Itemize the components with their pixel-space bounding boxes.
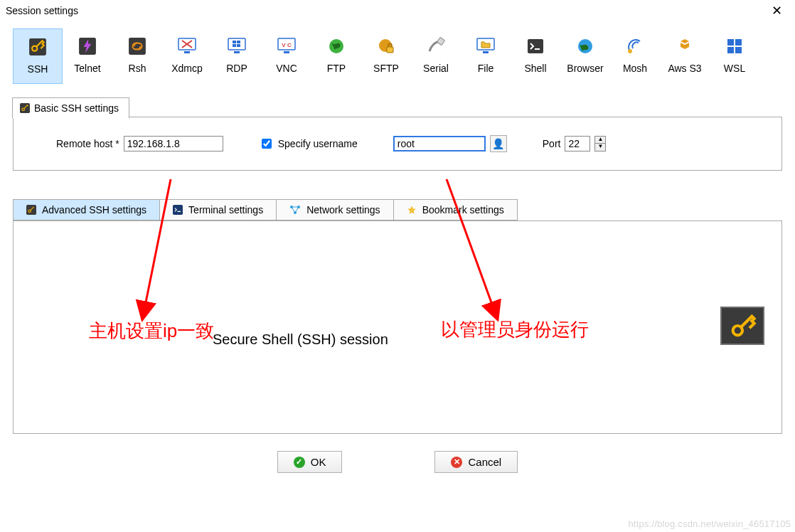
svg-rect-20 xyxy=(483,51,489,53)
ok-label: OK xyxy=(311,456,326,468)
specify-username-field: Specify username xyxy=(259,137,358,151)
tab-terminal[interactable]: Terminal settings xyxy=(159,199,277,220)
session-type-telnet[interactable]: Telnet xyxy=(63,28,112,84)
type-label: SSH xyxy=(28,63,48,75)
specify-username-checkbox[interactable] xyxy=(262,139,272,149)
svg-point-24 xyxy=(628,49,632,53)
annotation-right: 以管理员身份运行 xyxy=(441,317,589,342)
tab-bookmark[interactable]: Bookmark settings xyxy=(393,199,518,220)
basic-ssh-tab-label: Basic SSH settings xyxy=(34,102,119,114)
windows-monitor-icon xyxy=(227,34,247,58)
svg-rect-13 xyxy=(284,51,289,53)
titlebar: Session settings ✕ xyxy=(0,0,795,21)
tab-advanced-ssh[interactable]: Advanced SSH settings xyxy=(13,199,160,220)
session-type-xdmcp[interactable]: Xdmcp xyxy=(162,28,212,84)
username-input[interactable] xyxy=(393,136,486,151)
serial-cable-icon xyxy=(427,34,445,58)
svg-rect-18 xyxy=(437,37,444,45)
key-icon xyxy=(28,35,47,59)
tab-label: Advanced SSH settings xyxy=(42,204,146,216)
session-types-row: SSH Telnet Rsh Xdmcp RDP V C VNC FTP SFT… xyxy=(0,21,795,88)
session-type-browser[interactable]: Browser xyxy=(560,28,610,84)
window-title: Session settings xyxy=(6,5,78,16)
svg-rect-17 xyxy=(387,47,393,53)
svg-rect-28 xyxy=(735,47,742,53)
svg-rect-27 xyxy=(727,47,734,53)
session-type-awss3[interactable]: Aws S3 xyxy=(660,28,710,84)
type-label: Telnet xyxy=(74,63,100,74)
port-input[interactable] xyxy=(565,136,590,151)
lightning-icon xyxy=(78,34,97,58)
terminal-small-icon xyxy=(173,205,183,215)
x-monitor-icon xyxy=(177,34,197,58)
remote-host-input[interactable] xyxy=(124,136,223,151)
key-small-icon xyxy=(26,205,36,215)
basic-ssh-tab[interactable]: Basic SSH settings xyxy=(12,97,129,119)
cancel-button[interactable]: ✕ Cancel xyxy=(434,451,518,473)
svg-text:V C: V C xyxy=(282,42,292,48)
globe-icon xyxy=(328,34,345,58)
svg-rect-5 xyxy=(184,51,190,53)
watermark-text: https://blog.csdn.net/weixin_46517105 xyxy=(628,518,791,529)
port-spin-down[interactable]: ▼ xyxy=(595,144,605,151)
key-small-icon xyxy=(20,103,30,113)
cubes-icon xyxy=(676,34,694,58)
svg-rect-25 xyxy=(727,39,734,46)
type-label: RDP xyxy=(226,63,247,74)
port-field: Port ▲ ▼ xyxy=(543,136,607,151)
type-label: WSL xyxy=(724,63,745,74)
username-field: 👤 xyxy=(393,135,507,152)
svg-rect-26 xyxy=(735,39,742,46)
session-type-shell[interactable]: Shell xyxy=(511,28,560,84)
session-type-file[interactable]: File xyxy=(461,28,511,84)
svg-rect-21 xyxy=(528,39,543,53)
type-label: Rsh xyxy=(129,63,146,74)
tab-label: Network settings xyxy=(306,204,380,216)
type-label: Serial xyxy=(423,63,449,74)
type-label: File xyxy=(478,63,494,74)
link-icon xyxy=(128,34,146,58)
remote-host-field: Remote host * xyxy=(56,136,223,151)
type-label: Xdmcp xyxy=(171,63,203,74)
svg-rect-9 xyxy=(237,41,240,43)
terminal-icon xyxy=(527,34,544,58)
globe-blue-icon xyxy=(577,34,594,58)
tab-network[interactable]: Network settings xyxy=(276,199,393,220)
annotation-left: 主机设置ip一致 xyxy=(89,319,214,344)
session-type-rdp[interactable]: RDP xyxy=(212,28,262,84)
x-circle-icon: ✕ xyxy=(451,457,462,468)
session-type-ftp[interactable]: FTP xyxy=(311,28,361,84)
folder-monitor-icon xyxy=(476,34,496,58)
user-picker-button[interactable]: 👤 xyxy=(490,135,507,152)
basic-ssh-panel: Remote host * Specify username 👤 Port ▲ … xyxy=(13,117,782,171)
check-circle-icon: ✓ xyxy=(294,457,305,468)
session-type-wsl[interactable]: WSL xyxy=(710,28,759,84)
type-label: Shell xyxy=(524,63,546,74)
type-label: FTP xyxy=(327,63,346,74)
session-type-rsh[interactable]: Rsh xyxy=(112,28,162,84)
svg-rect-11 xyxy=(237,44,240,47)
session-type-mosh[interactable]: Mosh xyxy=(610,28,660,84)
network-icon xyxy=(289,205,301,215)
ok-button[interactable]: ✓ OK xyxy=(277,451,343,473)
tab-label: Bookmark settings xyxy=(422,204,504,216)
basic-ssh-settings-group: Basic SSH settings Remote host * Specify… xyxy=(13,117,782,171)
port-label: Port xyxy=(543,138,561,149)
tab-label: Terminal settings xyxy=(188,204,263,216)
session-type-sftp[interactable]: SFTP xyxy=(361,28,411,84)
type-label: Browser xyxy=(567,63,603,74)
settings-subtabs: Advanced SSH settings Terminal settings … xyxy=(13,199,782,220)
type-label: SFTP xyxy=(373,63,399,74)
type-label: Mosh xyxy=(623,63,647,74)
vnc-monitor-icon: V C xyxy=(277,34,297,58)
svg-rect-33 xyxy=(173,205,183,215)
session-type-title: Secure Shell (SSH) session xyxy=(213,331,388,348)
close-icon[interactable]: ✕ xyxy=(766,3,788,18)
session-type-serial[interactable]: Serial xyxy=(411,28,461,84)
session-type-vnc[interactable]: V C VNC xyxy=(262,28,311,84)
session-type-ssh[interactable]: SSH xyxy=(13,28,63,84)
type-label: Aws S3 xyxy=(668,63,701,74)
windows-icon xyxy=(727,34,742,58)
type-label: VNC xyxy=(276,63,297,74)
remote-host-label: Remote host * xyxy=(56,138,119,149)
